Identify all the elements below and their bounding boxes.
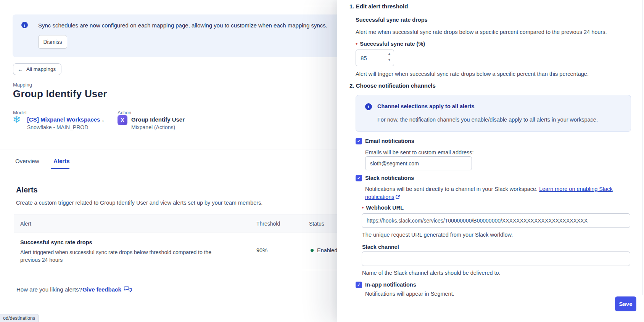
action-label: Action xyxy=(118,110,131,115)
webhook-helper-text: The unique request URL generated from yo… xyxy=(362,231,513,239)
mixpanel-icon: X xyxy=(118,115,127,125)
banner-message: Sync schedules are now configured on eac… xyxy=(38,22,327,29)
inapp-helper-text: Notifications will appear in Segment. xyxy=(365,290,454,298)
info-icon: i xyxy=(365,103,372,110)
alert-type-name: Successful sync rate drops xyxy=(356,17,428,23)
give-feedback-link[interactable]: Give feedback xyxy=(82,286,132,293)
give-feedback-label: Give feedback xyxy=(82,286,121,293)
number-stepper[interactable]: ▲▼ xyxy=(388,52,391,61)
active-tab-underline xyxy=(51,168,69,169)
feedback-prompt: How are you liking alerts? xyxy=(16,286,82,293)
snowflake-icon: ❄ xyxy=(13,115,21,124)
sync-rate-field-label: •Successful sync rate (%) xyxy=(356,40,425,47)
alert-threshold: 90% xyxy=(256,247,267,253)
stepper-up-icon[interactable]: ▲ xyxy=(388,52,391,55)
breadcrumb: Mapping xyxy=(13,82,32,88)
alert-type-description: Alert me when successful sync rate drops… xyxy=(356,28,607,36)
page-title: Group Identify User xyxy=(13,88,107,100)
alert-name: Successful sync rate drops xyxy=(20,239,92,245)
stepper-down-icon[interactable]: ▼ xyxy=(388,58,391,61)
section-edit-threshold-heading: 1. Edit alert threshold xyxy=(349,3,408,10)
status-enabled-dot xyxy=(311,249,314,252)
inapp-notifications-label[interactable]: In-app notifications xyxy=(365,282,416,288)
email-notifications-checkbox[interactable]: ✓ xyxy=(356,138,362,144)
slack-helper-text: Notifications will be sent directly to a… xyxy=(365,185,625,201)
external-link-icon xyxy=(396,195,400,199)
required-dot: • xyxy=(362,204,364,211)
flow-arrow-icon: → xyxy=(98,115,105,124)
channels-info-box: i Channel selections apply to all alerts… xyxy=(356,95,631,132)
alert-description: Alert triggered when successful sync rat… xyxy=(20,248,232,264)
scrollbar-track[interactable] xyxy=(642,0,643,295)
info-box-body: For now, the notification channels you e… xyxy=(377,117,598,123)
alert-status: Enabled xyxy=(311,247,337,253)
save-button[interactable]: Save xyxy=(615,296,636,311)
threshold-helper-text: Alert will trigger when successful sync … xyxy=(356,70,589,78)
back-label: All mappings xyxy=(26,66,56,72)
alerts-heading: Alerts xyxy=(16,186,38,194)
slack-helper-sentence: Notifications will be sent directly to a… xyxy=(365,186,538,192)
column-header-alert: Alert xyxy=(20,221,31,227)
required-dot: • xyxy=(356,40,357,47)
edit-alert-drawer: 1. Edit alert threshold Successful sync … xyxy=(337,0,644,322)
slack-channel-input[interactable] xyxy=(362,252,630,266)
inapp-notifications-checkbox[interactable]: ✓ xyxy=(356,282,362,288)
back-arrow-icon: ← xyxy=(18,66,23,72)
info-icon: i xyxy=(21,22,28,28)
column-header-threshold: Threshold xyxy=(256,221,280,227)
all-mappings-back-button[interactable]: ← All mappings xyxy=(13,63,61,75)
alerts-description: Create a custom trigger related to Group… xyxy=(16,200,262,206)
link-preview-statusbar: od/destinations xyxy=(0,314,39,322)
model-source: Snowflake - MAIN_PROD xyxy=(27,124,88,130)
feedback-chat-icon xyxy=(124,286,132,293)
dismiss-button[interactable]: Dismiss xyxy=(38,35,67,49)
sync-rate-input-wrap: ▲▼ xyxy=(356,50,394,66)
section-channels-heading: 2. Choose notification channels xyxy=(349,82,436,89)
tab-overview[interactable]: Overview xyxy=(15,158,39,164)
info-box-title: Channel selections apply to all alerts xyxy=(377,103,475,109)
email-helper-text: Emails will be sent to custom email addr… xyxy=(365,149,473,157)
tab-alerts[interactable]: Alerts xyxy=(53,158,70,164)
email-notifications-label[interactable]: Email notifications xyxy=(365,138,414,144)
slack-channel-label: Slack channel xyxy=(362,244,399,250)
slack-notifications-label[interactable]: Slack notifications xyxy=(365,175,414,181)
slack-channel-helper-text: Name of the Slack channel alerts should … xyxy=(362,269,501,277)
webhook-url-input[interactable] xyxy=(362,213,630,228)
action-destination: Mixpanel (Actions) xyxy=(131,124,175,130)
email-address-input[interactable] xyxy=(365,156,472,170)
action-name: Group Identify User xyxy=(131,116,185,123)
webhook-url-label: •Webhook URL xyxy=(362,204,404,211)
slack-notifications-checkbox[interactable]: ✓ xyxy=(356,175,362,181)
model-link[interactable]: [CS] Mixpanel Workspaces xyxy=(27,116,100,123)
status-badge: Enabled xyxy=(317,247,337,253)
column-header-status: Status xyxy=(309,221,324,227)
